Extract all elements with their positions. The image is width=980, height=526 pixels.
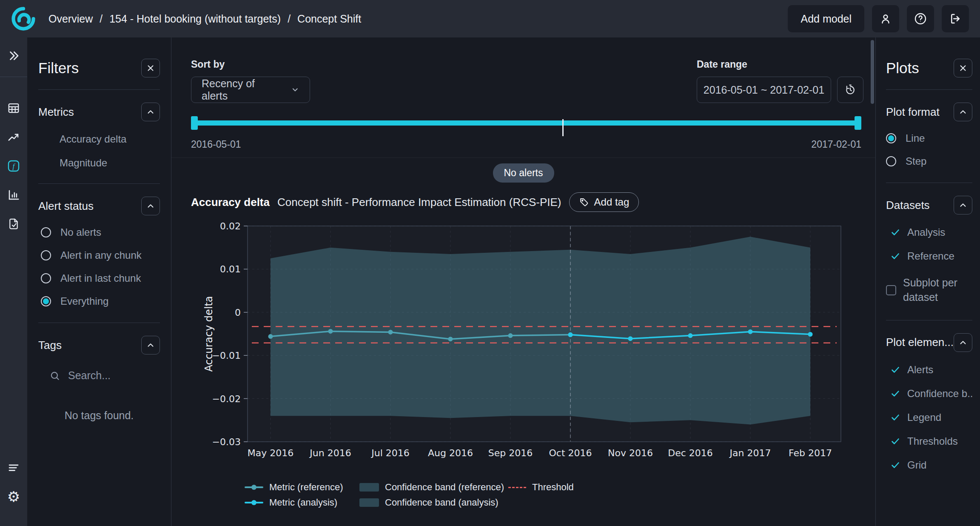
breadcrumb-separator: /: [100, 13, 103, 25]
plot-elements-collapse-button[interactable]: [954, 333, 972, 352]
rail-divider: [0, 77, 27, 77]
alert-status-option-everything[interactable]: Everything: [41, 295, 160, 307]
plot-subtitle: Concept shift - Performance Impact Estim…: [277, 196, 561, 209]
plots-close-button[interactable]: [954, 59, 972, 77]
help-button[interactable]: [907, 5, 934, 32]
rail-item-data-table[interactable]: [0, 96, 27, 120]
metrics-collapse-button[interactable]: [141, 103, 160, 121]
slider-track[interactable]: [191, 120, 861, 126]
plot-element-toggle-thresholds[interactable]: Thresholds: [890, 435, 972, 447]
tags-section-title: Tags: [38, 339, 62, 352]
chevron-down-icon: [291, 86, 299, 94]
legend-item-band-analysis[interactable]: Confidence band (analysis): [359, 497, 508, 508]
alert-status-option-any-chunk[interactable]: Alert in any chunk: [41, 249, 160, 261]
slider-split-marker: [562, 119, 564, 136]
rail-item-logs[interactable]: [0, 455, 27, 480]
tags-empty-text: No tags found.: [38, 409, 160, 422]
tags-search-input[interactable]: [67, 369, 150, 382]
chevron-up-icon: [146, 107, 155, 117]
alert-status-option-no-alerts[interactable]: No alerts: [41, 226, 160, 238]
section-divider: [38, 323, 160, 323]
sort-by-dropdown[interactable]: Recency of alerts: [191, 77, 310, 103]
double-chevron-right-icon: [7, 49, 20, 62]
legend-item-band-reference[interactable]: Confidence band (reference): [359, 482, 508, 493]
table-icon: [7, 102, 20, 114]
section-divider: [38, 89, 160, 90]
rail-item-concept-shift-active[interactable]: f: [0, 154, 27, 178]
date-range-input[interactable]: [697, 77, 831, 103]
svg-text:Accuracy delta: Accuracy delta: [203, 296, 215, 372]
slider-start-date: 2016-05-01: [191, 139, 241, 150]
plots-title: Plots: [886, 60, 919, 77]
plot-format-option-step[interactable]: Step: [886, 155, 972, 167]
breadcrumb-separator: /: [288, 13, 291, 25]
icon-rail-sidebar: f ⚙: [0, 37, 27, 526]
legend-label: Confidence band (reference): [385, 482, 504, 493]
date-range-reset-button[interactable]: [837, 77, 863, 103]
filters-close-button[interactable]: [141, 59, 160, 77]
plot-element-label: Grid: [907, 459, 926, 471]
date-range-slider[interactable]: [191, 116, 861, 130]
alert-status-section-title: Alert status: [38, 200, 94, 213]
chevron-up-icon: [958, 107, 968, 117]
scrollbar-thumb[interactable]: [871, 40, 874, 104]
plot-element-toggle-confidence-bands[interactable]: Confidence b..: [890, 388, 972, 400]
close-icon: [958, 63, 968, 73]
plot-card-header: Accuracy delta Concept shift - Performan…: [191, 192, 639, 212]
legend-item-threshold[interactable]: Threshold: [508, 482, 574, 493]
legend-label: Metric (reference): [269, 482, 343, 493]
rail-item-reports[interactable]: [0, 212, 27, 236]
metric-item-accuracy-delta[interactable]: Accuracy delta: [60, 133, 160, 145]
user-icon: [879, 12, 892, 25]
chevron-up-icon: [958, 200, 968, 210]
section-divider: [886, 320, 972, 320]
dataset-toggle-analysis[interactable]: Analysis: [890, 226, 972, 238]
chevron-up-icon: [958, 338, 968, 347]
legend-item-metric-reference[interactable]: Metric (reference): [245, 482, 359, 493]
check-icon: [890, 436, 900, 446]
add-model-button[interactable]: Add model: [788, 5, 864, 32]
breadcrumb-item-overview[interactable]: Overview: [48, 13, 93, 25]
user-profile-button[interactable]: [872, 5, 899, 32]
svg-text:Jul 2016: Jul 2016: [370, 448, 410, 458]
chart-container[interactable]: 0.020.010−0.01−0.02−0.03May 2016Jun 2016…: [197, 220, 852, 484]
dataset-toggle-reference[interactable]: Reference: [890, 250, 972, 262]
main-divider: [171, 157, 875, 158]
breadcrumb-item-current: Concept Shift: [297, 13, 361, 25]
svg-text:Aug 2016: Aug 2016: [428, 448, 473, 458]
legend-line-swatch: [245, 486, 263, 488]
tags-collapse-button[interactable]: [141, 336, 160, 354]
legend-item-metric-analysis[interactable]: Metric (analysis): [245, 497, 359, 508]
svg-text:Nov 2016: Nov 2016: [608, 448, 653, 458]
logo-icon: [11, 6, 36, 31]
alert-status-collapse-button[interactable]: [141, 197, 160, 215]
metric-item-magnitude[interactable]: Magnitude: [60, 157, 160, 169]
metrics-section-title: Metrics: [38, 106, 74, 119]
metric-line-chart[interactable]: 0.020.010−0.01−0.02−0.03May 2016Jun 2016…: [197, 220, 852, 484]
slider-handle-end[interactable]: [855, 116, 861, 130]
logout-button[interactable]: [942, 5, 969, 32]
plot-format-collapse-button[interactable]: [954, 103, 972, 121]
breadcrumb-item-model[interactable]: 154 - Hotel booking (without targets): [109, 13, 281, 25]
svg-text:0.02: 0.02: [220, 221, 241, 232]
plot-format-option-line[interactable]: Line: [886, 132, 972, 144]
expand-sidebar-button[interactable]: [0, 43, 27, 68]
plot-element-toggle-legend[interactable]: Legend: [890, 412, 972, 423]
app-root: Overview / 154 - Hotel booking (without …: [0, 0, 980, 526]
slider-handle-start[interactable]: [191, 116, 198, 130]
nannyml-logo[interactable]: [11, 6, 36, 31]
plot-elements-section-title: Plot elemen...: [886, 336, 954, 349]
datasets-collapse-button[interactable]: [954, 196, 972, 214]
plot-element-toggle-grid[interactable]: Grid: [890, 459, 972, 471]
plot-element-toggle-alerts[interactable]: Alerts: [890, 364, 972, 376]
add-tag-button[interactable]: Add tag: [569, 192, 639, 212]
rail-item-summary-charts[interactable]: [0, 183, 27, 207]
subplot-per-dataset-toggle[interactable]: Subplot per dataset: [886, 276, 972, 305]
chart-legend: Metric (reference) Confidence band (refe…: [245, 482, 574, 508]
history-icon: [844, 84, 856, 96]
rail-item-settings[interactable]: ⚙: [0, 484, 27, 509]
rail-item-performance[interactable]: [0, 125, 27, 149]
breadcrumb: Overview / 154 - Hotel booking (without …: [48, 13, 361, 25]
legend-label: Metric (analysis): [269, 497, 337, 508]
alert-status-option-last-chunk[interactable]: Alert in last chunk: [41, 272, 160, 284]
